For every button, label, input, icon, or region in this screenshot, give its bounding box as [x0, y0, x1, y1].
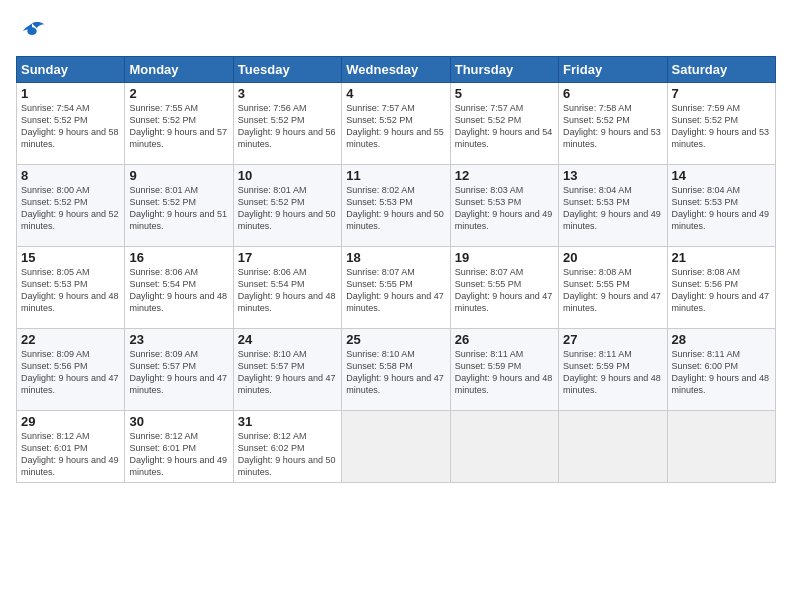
weekday-header-monday: Monday [125, 57, 233, 83]
day-detail: Sunrise: 8:11 AM Sunset: 6:00 PM Dayligh… [672, 348, 771, 397]
day-number: 22 [21, 332, 120, 347]
day-number: 3 [238, 86, 337, 101]
calendar-cell: 21 Sunrise: 8:08 AM Sunset: 5:56 PM Dayl… [667, 247, 775, 329]
day-detail: Sunrise: 8:05 AM Sunset: 5:53 PM Dayligh… [21, 266, 120, 315]
calendar-cell: 26 Sunrise: 8:11 AM Sunset: 5:59 PM Dayl… [450, 329, 558, 411]
calendar-cell: 23 Sunrise: 8:09 AM Sunset: 5:57 PM Dayl… [125, 329, 233, 411]
day-detail: Sunrise: 8:12 AM Sunset: 6:01 PM Dayligh… [21, 430, 120, 479]
day-number: 16 [129, 250, 228, 265]
day-detail: Sunrise: 7:58 AM Sunset: 5:52 PM Dayligh… [563, 102, 662, 151]
day-number: 18 [346, 250, 445, 265]
day-number: 28 [672, 332, 771, 347]
day-number: 27 [563, 332, 662, 347]
day-detail: Sunrise: 8:04 AM Sunset: 5:53 PM Dayligh… [563, 184, 662, 233]
day-number: 19 [455, 250, 554, 265]
day-number: 9 [129, 168, 228, 183]
weekday-header-thursday: Thursday [450, 57, 558, 83]
day-detail: Sunrise: 7:55 AM Sunset: 5:52 PM Dayligh… [129, 102, 228, 151]
header [16, 16, 776, 48]
day-detail: Sunrise: 7:57 AM Sunset: 5:52 PM Dayligh… [346, 102, 445, 151]
day-detail: Sunrise: 8:11 AM Sunset: 5:59 PM Dayligh… [455, 348, 554, 397]
calendar-cell [667, 411, 775, 483]
day-number: 25 [346, 332, 445, 347]
day-number: 4 [346, 86, 445, 101]
day-detail: Sunrise: 8:08 AM Sunset: 5:55 PM Dayligh… [563, 266, 662, 315]
calendar-cell: 15 Sunrise: 8:05 AM Sunset: 5:53 PM Dayl… [17, 247, 125, 329]
day-number: 6 [563, 86, 662, 101]
day-detail: Sunrise: 7:57 AM Sunset: 5:52 PM Dayligh… [455, 102, 554, 151]
day-detail: Sunrise: 8:02 AM Sunset: 5:53 PM Dayligh… [346, 184, 445, 233]
calendar-cell: 4 Sunrise: 7:57 AM Sunset: 5:52 PM Dayli… [342, 83, 450, 165]
day-number: 5 [455, 86, 554, 101]
calendar-cell: 9 Sunrise: 8:01 AM Sunset: 5:52 PM Dayli… [125, 165, 233, 247]
day-detail: Sunrise: 8:12 AM Sunset: 6:01 PM Dayligh… [129, 430, 228, 479]
day-number: 30 [129, 414, 228, 429]
day-number: 11 [346, 168, 445, 183]
day-detail: Sunrise: 8:01 AM Sunset: 5:52 PM Dayligh… [129, 184, 228, 233]
day-number: 26 [455, 332, 554, 347]
calendar-cell: 1 Sunrise: 7:54 AM Sunset: 5:52 PM Dayli… [17, 83, 125, 165]
calendar-cell: 2 Sunrise: 7:55 AM Sunset: 5:52 PM Dayli… [125, 83, 233, 165]
day-number: 2 [129, 86, 228, 101]
weekday-header-saturday: Saturday [667, 57, 775, 83]
logo-bird-icon [18, 20, 46, 44]
day-number: 10 [238, 168, 337, 183]
calendar-cell [559, 411, 667, 483]
weekday-header-tuesday: Tuesday [233, 57, 341, 83]
calendar-cell: 25 Sunrise: 8:10 AM Sunset: 5:58 PM Dayl… [342, 329, 450, 411]
calendar-cell: 7 Sunrise: 7:59 AM Sunset: 5:52 PM Dayli… [667, 83, 775, 165]
calendar-cell: 5 Sunrise: 7:57 AM Sunset: 5:52 PM Dayli… [450, 83, 558, 165]
day-number: 17 [238, 250, 337, 265]
calendar-cell [450, 411, 558, 483]
day-detail: Sunrise: 7:54 AM Sunset: 5:52 PM Dayligh… [21, 102, 120, 151]
calendar-cell: 30 Sunrise: 8:12 AM Sunset: 6:01 PM Dayl… [125, 411, 233, 483]
day-detail: Sunrise: 8:10 AM Sunset: 5:57 PM Dayligh… [238, 348, 337, 397]
calendar-cell: 3 Sunrise: 7:56 AM Sunset: 5:52 PM Dayli… [233, 83, 341, 165]
day-detail: Sunrise: 8:03 AM Sunset: 5:53 PM Dayligh… [455, 184, 554, 233]
calendar-header-row: SundayMondayTuesdayWednesdayThursdayFrid… [17, 57, 776, 83]
calendar-cell: 22 Sunrise: 8:09 AM Sunset: 5:56 PM Dayl… [17, 329, 125, 411]
calendar-cell: 28 Sunrise: 8:11 AM Sunset: 6:00 PM Dayl… [667, 329, 775, 411]
calendar-cell: 27 Sunrise: 8:11 AM Sunset: 5:59 PM Dayl… [559, 329, 667, 411]
day-number: 8 [21, 168, 120, 183]
calendar-cell: 19 Sunrise: 8:07 AM Sunset: 5:55 PM Dayl… [450, 247, 558, 329]
day-number: 23 [129, 332, 228, 347]
weekday-header-friday: Friday [559, 57, 667, 83]
day-number: 15 [21, 250, 120, 265]
day-detail: Sunrise: 8:07 AM Sunset: 5:55 PM Dayligh… [346, 266, 445, 315]
weekday-header-sunday: Sunday [17, 57, 125, 83]
day-detail: Sunrise: 7:59 AM Sunset: 5:52 PM Dayligh… [672, 102, 771, 151]
calendar-cell: 6 Sunrise: 7:58 AM Sunset: 5:52 PM Dayli… [559, 83, 667, 165]
day-number: 13 [563, 168, 662, 183]
calendar-cell: 10 Sunrise: 8:01 AM Sunset: 5:52 PM Dayl… [233, 165, 341, 247]
calendar-cell: 8 Sunrise: 8:00 AM Sunset: 5:52 PM Dayli… [17, 165, 125, 247]
calendar-cell: 31 Sunrise: 8:12 AM Sunset: 6:02 PM Dayl… [233, 411, 341, 483]
calendar-cell: 13 Sunrise: 8:04 AM Sunset: 5:53 PM Dayl… [559, 165, 667, 247]
day-detail: Sunrise: 8:11 AM Sunset: 5:59 PM Dayligh… [563, 348, 662, 397]
day-detail: Sunrise: 8:09 AM Sunset: 5:57 PM Dayligh… [129, 348, 228, 397]
calendar-cell [342, 411, 450, 483]
day-detail: Sunrise: 8:07 AM Sunset: 5:55 PM Dayligh… [455, 266, 554, 315]
day-number: 31 [238, 414, 337, 429]
day-number: 29 [21, 414, 120, 429]
calendar-cell: 17 Sunrise: 8:06 AM Sunset: 5:54 PM Dayl… [233, 247, 341, 329]
calendar-table: SundayMondayTuesdayWednesdayThursdayFrid… [16, 56, 776, 483]
day-detail: Sunrise: 7:56 AM Sunset: 5:52 PM Dayligh… [238, 102, 337, 151]
day-detail: Sunrise: 8:06 AM Sunset: 5:54 PM Dayligh… [238, 266, 337, 315]
day-detail: Sunrise: 8:04 AM Sunset: 5:53 PM Dayligh… [672, 184, 771, 233]
day-number: 20 [563, 250, 662, 265]
calendar-cell: 18 Sunrise: 8:07 AM Sunset: 5:55 PM Dayl… [342, 247, 450, 329]
day-number: 24 [238, 332, 337, 347]
day-detail: Sunrise: 8:10 AM Sunset: 5:58 PM Dayligh… [346, 348, 445, 397]
day-number: 1 [21, 86, 120, 101]
calendar-cell: 12 Sunrise: 8:03 AM Sunset: 5:53 PM Dayl… [450, 165, 558, 247]
calendar-cell: 20 Sunrise: 8:08 AM Sunset: 5:55 PM Dayl… [559, 247, 667, 329]
day-detail: Sunrise: 8:06 AM Sunset: 5:54 PM Dayligh… [129, 266, 228, 315]
day-detail: Sunrise: 8:12 AM Sunset: 6:02 PM Dayligh… [238, 430, 337, 479]
calendar-cell: 16 Sunrise: 8:06 AM Sunset: 5:54 PM Dayl… [125, 247, 233, 329]
calendar-container: SundayMondayTuesdayWednesdayThursdayFrid… [0, 0, 792, 612]
calendar-body: 1 Sunrise: 7:54 AM Sunset: 5:52 PM Dayli… [17, 83, 776, 483]
svg-point-0 [27, 27, 36, 35]
day-number: 21 [672, 250, 771, 265]
day-detail: Sunrise: 8:09 AM Sunset: 5:56 PM Dayligh… [21, 348, 120, 397]
